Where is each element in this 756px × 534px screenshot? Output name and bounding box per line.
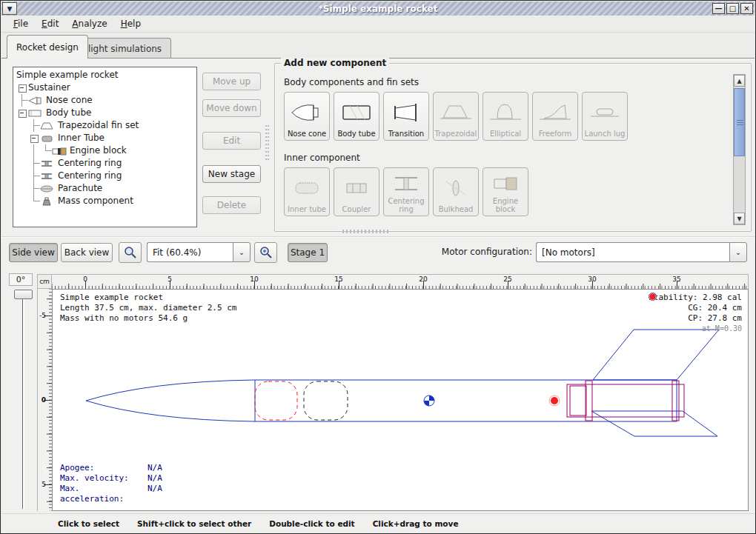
coupler-icon (335, 170, 378, 205)
close-button[interactable]: ✕ (740, 3, 753, 14)
menu-help[interactable]: Help (115, 16, 147, 31)
horizontal-splitter-handle[interactable] (342, 230, 390, 233)
cp-legend-icon (649, 293, 657, 301)
collapse-icon[interactable] (16, 81, 28, 94)
hint-double-click: Double-click to edit (269, 519, 354, 528)
add-elliptical-fin-button[interactable]: Elliptical (483, 92, 528, 141)
rotation-angle-value: 0° (9, 273, 33, 286)
tree-item-fin-set[interactable]: Trapezoidal fin set (16, 119, 196, 132)
scroll-up-icon[interactable]: ▲ (734, 75, 745, 87)
menu-bar: File Edit Analyze Help (1, 16, 755, 33)
ruler-unit-label: cm (37, 274, 52, 289)
horizontal-ruler: 0 5 10 15 20 25 30 35 (52, 274, 749, 289)
add-inner-tube-button[interactable]: Inner tube (284, 167, 330, 216)
vertical-splitter-handle[interactable] (265, 125, 269, 161)
add-body-tube-button[interactable]: Body tube (334, 92, 379, 141)
tree-item-body-tube[interactable]: Body tube (16, 107, 196, 119)
centering-ring-icon (385, 170, 428, 197)
menu-file[interactable]: File (7, 16, 34, 31)
elliptical-fin-icon (484, 95, 527, 130)
add-trapezoidal-fin-button[interactable]: Trapezoidal (433, 92, 479, 141)
component-panel-scrollbar[interactable]: ▲ ▼ (733, 74, 746, 225)
tree-item-sustainer[interactable]: Sustainer (16, 81, 196, 94)
tab-rocket-design[interactable]: Rocket design (7, 35, 88, 59)
mach-condition: at M=0.30 (649, 324, 742, 334)
tab-row: Rocket design Flight simulations (1, 33, 755, 59)
add-new-component-group: Add new component Body components and fi… (274, 63, 752, 232)
zoom-level-combo[interactable]: Fit (60.4%) ⌄ (147, 242, 251, 262)
add-launch-lug-button[interactable]: Launch lug (582, 92, 628, 141)
rotation-slider-handle[interactable] (14, 290, 33, 299)
motor-configuration-combo[interactable]: [No motors] ⌄ (536, 242, 747, 262)
minimize-button[interactable]: — (712, 3, 725, 14)
add-coupler-button[interactable]: Coupler (334, 167, 379, 216)
delete-button[interactable]: Delete (202, 196, 261, 214)
move-up-button[interactable]: Move up (202, 73, 261, 90)
scroll-down-icon[interactable]: ▼ (734, 213, 745, 224)
status-bar: Click to select Shift+click to select ot… (1, 513, 755, 533)
back-view-toggle[interactable]: Back view (61, 243, 113, 262)
body-tube-icon (335, 95, 378, 130)
trapezoidal-fin-icon (434, 95, 477, 130)
transition-icon (385, 95, 428, 130)
tree-item-engine-block[interactable]: Engine block (16, 144, 196, 157)
title-bar[interactable]: ▼ *Simple example rocket — □ ✕ (1, 1, 755, 16)
component-tree[interactable]: Simple example rocket Sustainer Nose con… (13, 67, 197, 227)
tree-item-centering-ring-1[interactable]: Centering ring (16, 157, 196, 170)
tree-item-centering-ring-2[interactable]: Centering ring (16, 170, 196, 182)
menu-analyze[interactable]: Analyze (66, 16, 113, 31)
body-components-label: Body components and fin sets (284, 77, 419, 87)
engine-block-icon (484, 170, 527, 197)
motor-configuration-label: Motor configuration: (442, 247, 532, 257)
tree-item-inner-tube[interactable]: Inner Tube (16, 132, 196, 144)
zoom-in-button[interactable] (254, 242, 277, 263)
inner-component-label: Inner component (284, 153, 360, 163)
magnifier-plus-icon (259, 246, 273, 259)
centering-ring-icon (40, 171, 55, 181)
mass-component-icon (40, 196, 55, 207)
rocket-info: Simple example rocket Length 37.5 cm, ma… (60, 293, 236, 324)
view-toolbar: Side view Back view Fit (60.4%) ⌄ Stage … (1, 239, 755, 269)
edit-button[interactable]: Edit (202, 132, 261, 150)
hint-shift-click: Shift+click to select other (137, 519, 251, 528)
inner-tube-icon (40, 133, 55, 144)
rotation-slider-track[interactable] (22, 294, 24, 509)
tree-item-rocket[interactable]: Simple example rocket (16, 69, 196, 81)
magnifier-icon (124, 246, 137, 259)
parachute-icon (40, 184, 55, 194)
chevron-down-icon[interactable]: ⌄ (729, 242, 747, 262)
add-nose-cone-button[interactable]: Nose cone (284, 92, 330, 141)
menu-edit[interactable]: Edit (36, 16, 64, 31)
add-bulkhead-button[interactable]: Bulkhead (433, 167, 479, 216)
tree-item-parachute[interactable]: Parachute (16, 182, 196, 195)
nose-cone-icon (285, 95, 328, 130)
move-down-button[interactable]: Move down (202, 99, 261, 117)
add-freeform-fin-button[interactable]: Freeform (532, 92, 578, 141)
engine-block-icon (52, 146, 67, 156)
zoom-level-value: Fit (60.4%) (147, 242, 233, 262)
rocket-design-panel: Simple example rocket Sustainer Nose con… (1, 58, 755, 533)
tree-item-nose-cone[interactable]: Nose cone (16, 94, 196, 107)
launch-lug-icon (583, 95, 626, 130)
hint-click-drag: Click+drag to move (373, 519, 459, 528)
collapse-icon[interactable] (16, 107, 28, 119)
tree-item-mass-component[interactable]: Mass component (16, 195, 196, 207)
chevron-down-icon[interactable]: ⌄ (233, 242, 251, 262)
add-engine-block-button[interactable]: Engine block (483, 167, 528, 216)
maximize-button[interactable]: □ (726, 3, 739, 14)
add-transition-button[interactable]: Transition (383, 92, 429, 141)
rocket-view-canvas[interactable]: Simple example rocket Length 37.5 cm, ma… (52, 289, 749, 511)
application-window: ▼ *Simple example rocket — □ ✕ File Edit… (0, 0, 756, 534)
add-centering-ring-button[interactable]: Centering ring (383, 167, 429, 216)
side-view-toggle[interactable]: Side view (9, 243, 58, 262)
collapse-icon[interactable] (28, 132, 40, 144)
scrollbar-thumb[interactable] (734, 88, 745, 156)
bulkhead-icon (434, 170, 477, 205)
freeform-fin-icon (534, 95, 577, 130)
stage-1-toggle[interactable]: Stage 1 (288, 243, 328, 262)
nose-cone-icon (28, 96, 43, 106)
zoom-out-button[interactable] (119, 242, 142, 263)
new-stage-button[interactable]: New stage (202, 165, 261, 183)
cg-marker (424, 396, 434, 406)
vertical-ruler: -5 0 5 (37, 289, 52, 511)
